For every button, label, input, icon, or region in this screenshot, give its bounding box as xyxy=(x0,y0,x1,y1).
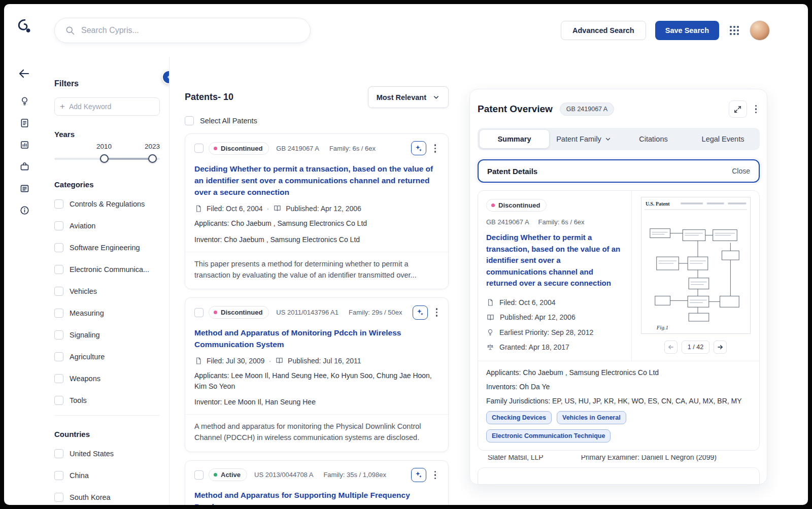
patent-page-thumbnail[interactable]: U.S. Patent xyxy=(641,197,751,334)
cypris-logo[interactable] xyxy=(15,17,33,38)
documents-icon[interactable] xyxy=(14,112,35,133)
user-avatar[interactable] xyxy=(750,20,770,41)
patent-card: Discontinued US 2011/0143796 A1 Family: … xyxy=(185,297,449,452)
checkbox[interactable] xyxy=(54,471,63,480)
patent-title-link[interactable]: Method and Apparatus of Monitoring Pdcch… xyxy=(194,327,435,351)
tab-citations[interactable]: Citations xyxy=(619,130,688,148)
collapse-filters-button[interactable] xyxy=(162,70,170,84)
ai-sparkle-button[interactable] xyxy=(413,306,428,320)
info-icon[interactable] xyxy=(14,199,35,221)
slider-handle-min[interactable] xyxy=(100,154,109,163)
file-icon xyxy=(194,357,202,365)
save-search-button[interactable]: Save Search xyxy=(655,21,719,40)
patent-detail-card: Discontinued GB 2419067 A Family: 6s / 6… xyxy=(478,190,760,451)
category-option[interactable]: Electronic Communica... xyxy=(54,258,160,280)
category-option[interactable]: Software Engineering xyxy=(54,236,160,258)
category-option[interactable]: Agriculture xyxy=(54,346,160,367)
year-min-label: 2010 xyxy=(96,143,112,150)
scale-icon xyxy=(486,343,494,351)
add-keyword-field[interactable]: + xyxy=(54,97,160,116)
category-option[interactable]: Tools xyxy=(54,389,160,411)
checkbox[interactable] xyxy=(54,449,63,458)
category-option[interactable]: Vehicles xyxy=(54,280,160,302)
years-slider[interactable] xyxy=(54,152,160,166)
granted-date: Granted: Apr 18, 2017 xyxy=(499,343,569,351)
checkbox[interactable] xyxy=(54,243,63,252)
category-option[interactable]: Measuring xyxy=(54,302,160,324)
category-tag[interactable]: Checking Devices xyxy=(486,411,552,424)
checkbox[interactable] xyxy=(54,287,63,296)
category-option[interactable]: Weapons xyxy=(54,367,160,389)
checkbox[interactable] xyxy=(54,374,63,383)
checkbox[interactable] xyxy=(54,493,63,502)
search-input[interactable] xyxy=(81,26,300,35)
category-tag[interactable]: Vehicles in General xyxy=(557,411,626,424)
thumb-figure-caption: Fig.1 xyxy=(656,324,668,330)
portfolio-icon[interactable] xyxy=(14,156,35,177)
ai-sparkle-button[interactable] xyxy=(411,468,426,482)
select-all-checkbox[interactable] xyxy=(185,116,194,125)
search-bar[interactable] xyxy=(54,18,311,43)
tab-patent-family[interactable]: Patent Family xyxy=(549,130,619,148)
checkbox[interactable] xyxy=(54,330,63,340)
country-option[interactable]: United States xyxy=(54,443,160,464)
applicants-line: Applicants: Cho Jaebum , Samsung Electro… xyxy=(194,218,439,228)
checkbox[interactable] xyxy=(54,221,63,230)
overview-more-options-icon[interactable] xyxy=(752,102,760,117)
more-options-icon[interactable] xyxy=(433,305,441,320)
status-badge: Discontinued xyxy=(209,306,269,319)
patent-overview-panel: Patent Overview GB 2419067 A Summary Pat… xyxy=(469,89,767,485)
tab-legal-events[interactable]: Legal Events xyxy=(688,130,758,148)
sort-dropdown[interactable]: Most Relevant xyxy=(368,86,449,108)
tab-summary[interactable]: Summary xyxy=(480,130,549,148)
status-dot xyxy=(214,473,217,477)
idea-lightbulb-icon[interactable] xyxy=(14,90,35,112)
file-icon xyxy=(194,205,202,213)
slider-handle-max[interactable] xyxy=(148,154,157,163)
patent-checkbox[interactable] xyxy=(194,470,204,480)
advanced-search-button[interactable]: Advanced Search xyxy=(561,21,646,40)
patent-title-link[interactable]: Deciding Whether to permit a transaction… xyxy=(486,232,623,289)
category-option[interactable]: Signaling xyxy=(54,324,160,346)
checkbox[interactable] xyxy=(54,309,63,318)
category-option[interactable]: Aviation xyxy=(54,215,160,236)
patent-family: Family: 29s / 50ex xyxy=(349,309,402,316)
checkbox[interactable] xyxy=(54,352,63,361)
top-actions: Advanced Search Save Search xyxy=(561,20,770,41)
expand-icon[interactable] xyxy=(729,100,747,118)
checkbox[interactable] xyxy=(54,199,63,209)
more-options-icon[interactable] xyxy=(431,141,439,156)
patent-family: Family: 6s / 6ex xyxy=(538,218,585,226)
ai-sparkle-button[interactable] xyxy=(411,141,426,155)
status-badge: Active xyxy=(209,468,247,481)
more-options-icon[interactable] xyxy=(431,468,439,483)
news-icon[interactable] xyxy=(14,178,35,199)
category-option[interactable]: Controls & Regulations xyxy=(54,193,160,215)
checkbox[interactable] xyxy=(54,265,63,274)
sparkle-icon xyxy=(416,308,424,317)
plus-icon: + xyxy=(60,101,65,112)
add-keyword-input[interactable] xyxy=(69,103,154,111)
apps-grid-icon[interactable] xyxy=(728,24,740,37)
patent-checkbox[interactable] xyxy=(194,144,204,153)
jurisdictions-line: Family Jurisdictions: EP, US, HU, JP, KR… xyxy=(486,397,751,405)
select-all-row[interactable]: Select All Patents xyxy=(185,116,449,125)
country-option[interactable]: South Korea xyxy=(54,486,160,505)
country-option[interactable]: China xyxy=(54,464,160,486)
chevron-down-icon xyxy=(432,93,440,101)
patent-checkbox[interactable] xyxy=(194,308,204,317)
book-icon xyxy=(273,204,282,213)
patent-title-link[interactable]: Deciding Whether to permit a transaction… xyxy=(194,163,435,198)
filed-date: Filed: Jul 30, 2009 xyxy=(207,357,264,365)
next-page-icon[interactable] xyxy=(714,341,727,354)
back-arrow-icon[interactable] xyxy=(14,63,35,84)
patent-title-link[interactable]: Method and Apparatus for Supporting Mult… xyxy=(194,489,435,505)
published-date: Published: Apr 12, 2006 xyxy=(500,313,576,321)
prev-page-icon[interactable] xyxy=(664,341,678,354)
thumbnail-pagination: 1 / 42 xyxy=(664,341,727,354)
close-button[interactable]: Close xyxy=(732,167,750,175)
report-icon[interactable] xyxy=(14,134,35,155)
checkbox[interactable] xyxy=(54,396,63,405)
category-tag[interactable]: Electronic Communication Technique xyxy=(486,429,611,443)
applicants-line: Applicants: Lee Moon Il, Hand Seung Hee,… xyxy=(194,370,439,391)
